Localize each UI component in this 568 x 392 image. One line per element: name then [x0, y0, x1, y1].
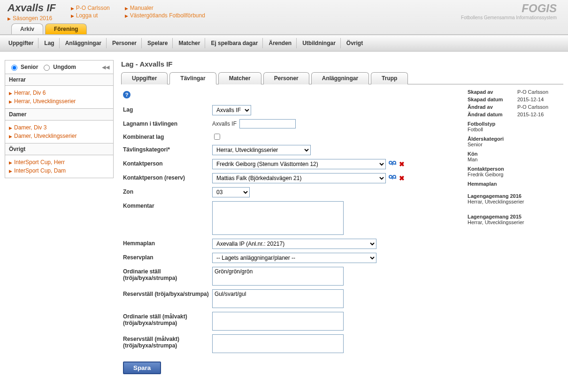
nav-ovrigt[interactable]: Övrigt — [342, 38, 368, 48]
clear-icon[interactable]: ✖ — [399, 174, 405, 182]
header-link-forbund[interactable]: Västergötlands Fotbollförbund — [125, 12, 205, 19]
form: ? Lag Axvalls IF Lagnamn i tävlingen Axv… — [123, 89, 456, 374]
label-reservstall-mv: Reservställ (målvakt) (tröja/byxa/strump… — [123, 334, 212, 349]
label-hemmaplan: Hemmaplan — [123, 239, 212, 247]
header-link-season[interactable]: Säsongen 2016 — [8, 15, 56, 22]
nav-personer[interactable]: Personer — [107, 38, 142, 48]
info-andrad-datum-k: Ändrad datum — [468, 112, 514, 117]
info-panel: Skapad avP-O Carlsson Skapad datum2015-1… — [468, 89, 561, 374]
brand: FOGIS Fotbollens Gemensamma Informations… — [461, 2, 557, 20]
label-kombinerat: Kombinerat lag — [123, 132, 212, 140]
textarea-ord-stall[interactable]: Grön/grön/grön — [212, 267, 344, 286]
nav-ej-spelbara[interactable]: Ej spelbara dagar — [206, 38, 263, 48]
page-title: Lag - Axvalls IF — [121, 60, 563, 68]
info-kon-k: Kön — [468, 151, 561, 157]
svg-line-7 — [395, 178, 396, 179]
info-lageng2016-v: Herrar, Utvecklingsserier — [468, 199, 561, 204]
checkbox-kombinerat[interactable] — [214, 134, 220, 140]
header-link-user[interactable]: P-O Carlsson — [71, 5, 110, 11]
radio-senior[interactable] — [11, 65, 17, 71]
label-reservstall: Reservställ (tröja/byxa/strumpa) — [123, 289, 212, 297]
info-kontakt-k: Kontaktperson — [468, 166, 561, 172]
sidebar-ovrigt-header: Övrigt — [5, 143, 113, 155]
nav-anlaggningar[interactable]: Anläggningar — [61, 38, 107, 48]
info-fotbollstyp-v: Fotboll — [468, 127, 561, 132]
nav-matcher[interactable]: Matcher — [174, 38, 205, 48]
textarea-kommentar[interactable] — [212, 201, 344, 235]
info-skapad-datum-k: Skapad datum — [468, 97, 514, 102]
info-kon-v: Man — [468, 157, 561, 162]
select-reservplan[interactable]: -- Lagets anläggningar/planer -- — [212, 253, 376, 263]
sidebar-link-herrar-utv[interactable]: Herrar, Utvecklingsserier — [9, 97, 109, 106]
info-alderskat-v: Senior — [468, 142, 561, 147]
top-tabs: Arkiv Förening — [11, 23, 560, 34]
sidebar-link-herrar-div6[interactable]: Herrar, Div 6 — [9, 89, 109, 97]
label-kontakt-reserv: Kontaktperson (reserv) — [123, 173, 212, 181]
radio-ungdom[interactable] — [44, 65, 50, 71]
sidebar-link-intersport-dam[interactable]: InterSport Cup, Dam — [9, 166, 109, 175]
search-icon[interactable] — [389, 160, 396, 168]
sidebar-link-intersport-herr[interactable]: InterSport Cup, Herr — [9, 158, 109, 166]
info-kontakt-v: Fredrik Geiborg — [468, 172, 561, 177]
chevron-left-icon[interactable]: ◀◀ — [102, 64, 109, 70]
nav-spelare[interactable]: Spelare — [143, 38, 173, 48]
radio-senior-label: Senior — [21, 64, 38, 70]
subtab-personer[interactable]: Personer — [263, 72, 309, 84]
lagnamn-static: Axvalls IF — [212, 121, 237, 127]
subtab-uppgifter[interactable]: Uppgifter — [121, 72, 168, 84]
select-tavlingskat[interactable]: Herrar, Utvecklingsserier — [212, 145, 311, 155]
label-zon: Zon — [123, 187, 212, 195]
app-title: Axvalls IF — [8, 2, 56, 14]
info-andrad-av-v: P-O Carlsson — [517, 104, 548, 110]
info-lageng2015-v: Herrar, Utvecklingsserier — [468, 219, 561, 225]
content: Senior Ungdom ◀◀ Herrar Herrar, Div 6 He… — [0, 52, 568, 381]
nav-lag[interactable]: Lag — [39, 38, 59, 48]
header-link-manualer[interactable]: Manualer — [125, 5, 205, 11]
subtab-matcher[interactable]: Matcher — [218, 72, 261, 84]
brand-subtitle: Fotbollens Gemensamma Informationssystem — [461, 15, 557, 20]
textarea-reservstall[interactable]: Gul/svart/gul — [212, 289, 344, 308]
label-reservplan: Reservplan — [123, 253, 212, 261]
nav-uppgifter[interactable]: Uppgifter — [4, 38, 38, 48]
navbar: Uppgifter Lag Anläggningar Personer Spel… — [0, 35, 568, 52]
select-kontakt-reserv[interactable]: Mattias Falk (Björkedalsvägen 21) — [212, 173, 386, 183]
radio-ungdom-label: Ungdom — [53, 64, 76, 70]
label-lag: Lag — [123, 105, 212, 113]
label-ord-stall: Ordinarie ställ (tröja/byxa/strumpa) — [123, 267, 212, 281]
help-icon[interactable]: ? — [123, 91, 130, 98]
info-skapad-av-v: P-O Carlsson — [517, 89, 548, 95]
textarea-reservstall-mv[interactable] — [212, 334, 344, 353]
search-icon[interactable] — [389, 174, 396, 182]
subtab-tavlingar[interactable]: Tävlingar — [169, 72, 216, 84]
clear-icon[interactable]: ✖ — [399, 160, 405, 168]
header-link-logout[interactable]: Logga ut — [71, 12, 110, 19]
svg-line-3 — [395, 164, 396, 165]
textarea-ord-stall-mv[interactable] — [212, 312, 344, 331]
info-andrad-av-k: Ändrad av — [468, 104, 514, 110]
sidebar-link-damer-div3[interactable]: Damer, Div 3 — [9, 123, 109, 132]
sidebar-herrar-header: Herrar — [5, 74, 113, 86]
tab-arkiv[interactable]: Arkiv — [11, 23, 43, 34]
label-tavlingskat: Tävlingskategori* — [123, 145, 212, 153]
sidebar-link-damer-utv[interactable]: Damer, Utvecklingsserier — [9, 132, 109, 140]
page-header: Axvalls IF Säsongen 2016 P-O Carlsson Lo… — [0, 0, 568, 35]
label-ord-stall-mv: Ordinarie ställ (målvakt) (tröja/byxa/st… — [123, 312, 212, 326]
svg-line-5 — [391, 178, 393, 179]
info-alderskat-k: Ålderskategori — [468, 136, 561, 142]
info-andrad-datum-v: 2015-12-16 — [517, 112, 544, 117]
select-lag[interactable]: Axvalls IF — [212, 105, 251, 115]
save-button[interactable]: Spara — [123, 362, 161, 374]
info-fotbollstyp-k: Fotbollstyp — [468, 121, 561, 127]
info-skapad-datum-v: 2015-12-14 — [517, 97, 544, 102]
select-hemmaplan[interactable]: Axevalla IP (Anl.nr.: 20217) — [212, 239, 376, 249]
label-lagnamn: Lagnamn i tävlingen — [123, 119, 212, 127]
nav-arenden[interactable]: Ärenden — [264, 38, 297, 48]
nav-utbildningar[interactable]: Utbildningar — [298, 38, 341, 48]
select-kontakt[interactable]: Fredrik Geiborg (Stenum Västtomten 12) — [212, 159, 386, 169]
tab-forening[interactable]: Förening — [45, 23, 87, 34]
info-lageng2016-k: Lagengagemang 2016 — [468, 193, 561, 199]
subtab-anlaggningar[interactable]: Anläggningar — [311, 72, 369, 84]
input-lagnamn[interactable] — [239, 119, 296, 128]
select-zon[interactable]: 03 — [212, 187, 250, 197]
subtab-trupp[interactable]: Trupp — [371, 72, 408, 84]
